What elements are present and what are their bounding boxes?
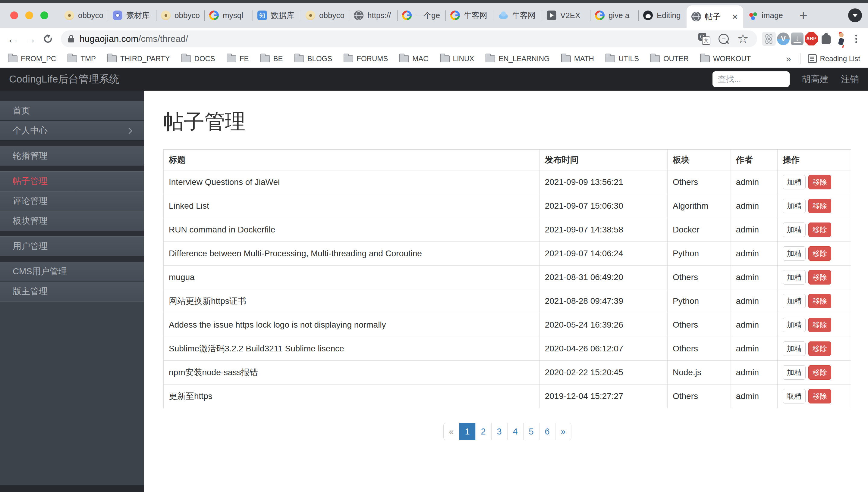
page-prev[interactable]: « — [443, 423, 460, 440]
browser-tab[interactable]: 牛客网 — [494, 3, 542, 28]
remove-button[interactable]: 移除 — [808, 175, 831, 189]
page-number[interactable]: 4 — [507, 423, 523, 440]
page-number[interactable]: 6 — [539, 423, 556, 440]
page-number[interactable]: 3 — [491, 423, 508, 440]
feature-button[interactable]: 加精 — [783, 199, 805, 213]
feature-button[interactable]: 取精 — [783, 389, 805, 403]
feature-button[interactable]: 加精 — [783, 246, 805, 261]
page-number[interactable]: 5 — [523, 423, 539, 440]
runner-extension-icon[interactable] — [834, 32, 848, 46]
back-icon[interactable]: ← — [5, 31, 21, 47]
sidebar-item[interactable]: 板块管理 — [0, 211, 144, 231]
bookmark-folder[interactable]: LINUX — [440, 54, 474, 63]
logout-link[interactable]: 注销 — [841, 73, 859, 85]
feature-button[interactable]: 加精 — [783, 318, 805, 332]
navbar-search-input[interactable] — [712, 71, 790, 87]
browser-tab[interactable]: V2EX — [542, 3, 590, 28]
feature-button[interactable]: 加精 — [783, 270, 805, 285]
browser-tab[interactable]: image — [743, 3, 792, 28]
address-bar[interactable]: hugaojian.com/cms/thread/ ☆ — [61, 30, 757, 47]
lock-icon[interactable] — [68, 38, 74, 43]
pagination: «123456» — [163, 423, 851, 440]
feature-button[interactable]: 加精 — [783, 365, 805, 380]
bookmark-folder[interactable]: FROM_PC — [8, 54, 56, 63]
table-row: Difference between Multi-Processing, Mul… — [164, 242, 851, 266]
bookmark-folder[interactable]: OUTER — [650, 54, 689, 63]
browser-tab[interactable]: 牛客网 — [445, 3, 494, 28]
tab-close-icon[interactable]: × — [731, 12, 738, 21]
bookmark-folder[interactable]: FE — [227, 54, 249, 63]
remove-button[interactable]: 移除 — [808, 246, 831, 261]
bookmark-folder[interactable]: THIRD_PARTY — [107, 54, 170, 63]
browser-tab[interactable]: mysql — [204, 3, 253, 28]
sidebar-item[interactable]: 版主管理 — [0, 281, 144, 301]
browser-tab[interactable]: 知数据库 — [253, 3, 301, 28]
bookmark-folder[interactable]: EN_LEARNING — [486, 54, 549, 63]
app-brand[interactable]: CodingLife后台管理系统 — [9, 72, 120, 86]
browser-tab[interactable]: give a — [590, 3, 638, 28]
browser-tab[interactable]: obbyco — [156, 3, 204, 28]
bookmark-star-icon[interactable]: ☆ — [736, 32, 750, 46]
sidebar-item[interactable]: 评论管理 — [0, 191, 144, 211]
browser-tab[interactable]: https:// — [349, 3, 397, 28]
zoom-out-icon[interactable] — [717, 32, 731, 46]
bookmarks-overflow-icon[interactable]: » — [784, 54, 793, 64]
bookmark-folder[interactable]: BE — [260, 54, 283, 63]
extensions-puzzle-icon[interactable] — [819, 32, 833, 46]
forward-icon[interactable]: → — [22, 31, 39, 47]
remove-button[interactable]: 移除 — [808, 365, 831, 380]
remove-button[interactable]: 移除 — [808, 222, 831, 237]
download-extension-icon[interactable] — [791, 32, 803, 45]
bookmark-folder[interactable]: WORKOUT — [700, 54, 751, 63]
feature-button[interactable]: 加精 — [783, 222, 805, 237]
browser-tab[interactable]: 帖子× — [686, 5, 743, 28]
google-icon — [209, 10, 219, 20]
browser-tab[interactable]: Editing — [638, 3, 686, 28]
feature-button[interactable]: 加精 — [783, 175, 805, 189]
window-close-button[interactable] — [10, 11, 18, 19]
cell-time: 2019-12-04 15:27:27 — [539, 385, 667, 408]
remove-button[interactable]: 移除 — [808, 199, 831, 213]
v-extension-icon[interactable] — [777, 32, 790, 45]
browser-tab[interactable]: 一个ge — [397, 3, 445, 28]
translate-icon[interactable] — [698, 32, 711, 46]
browser-tab[interactable]: obbyco — [60, 3, 108, 28]
page-next[interactable]: » — [555, 423, 571, 440]
sidebar-item[interactable]: 帖子管理 — [0, 171, 144, 191]
react-devtools-icon[interactable] — [762, 32, 776, 46]
remove-button[interactable]: 移除 — [808, 341, 831, 356]
bookmark-folder[interactable]: MAC — [399, 54, 428, 63]
google-icon — [402, 10, 412, 20]
adblock-plus-icon[interactable] — [805, 32, 818, 46]
browser-tab[interactable]: 素材库- — [108, 3, 156, 28]
cell-board: Others — [667, 385, 731, 408]
remove-button[interactable]: 移除 — [808, 294, 831, 308]
feature-button[interactable]: 加精 — [783, 341, 805, 356]
bookmark-folder[interactable]: MATH — [561, 54, 594, 63]
remove-button[interactable]: 移除 — [808, 318, 831, 332]
bookmark-folder[interactable]: FORUMS — [344, 54, 388, 63]
window-minimize-button[interactable] — [25, 11, 33, 19]
reading-list-button[interactable]: Reading List — [808, 54, 860, 63]
window-maximize-button[interactable] — [40, 11, 48, 19]
browser-menu-icon[interactable] — [849, 32, 863, 46]
sidebar-item[interactable]: 轮播管理 — [0, 146, 144, 166]
bookmark-folder[interactable]: BLOGS — [295, 54, 332, 63]
page-number[interactable]: 1 — [459, 423, 476, 440]
feature-button[interactable]: 加精 — [783, 294, 805, 308]
bookmark-folder[interactable]: TMP — [68, 54, 96, 63]
bookmark-folder[interactable]: DOCS — [182, 54, 215, 63]
browser-tab[interactable]: obbyco — [301, 3, 349, 28]
remove-button[interactable]: 移除 — [808, 270, 831, 285]
tab-search-icon[interactable] — [848, 8, 862, 22]
remove-button[interactable]: 移除 — [808, 389, 831, 403]
new-tab-button[interactable]: + — [799, 8, 807, 22]
username-link[interactable]: 胡高建 — [802, 73, 829, 85]
sidebar-item[interactable]: 个人中心 — [0, 121, 144, 141]
sidebar-item[interactable]: 首页 — [0, 101, 144, 121]
reload-icon[interactable] — [40, 31, 56, 47]
page-number[interactable]: 2 — [475, 423, 492, 440]
bookmark-folder[interactable]: UTILS — [606, 54, 639, 63]
sidebar-item[interactable]: CMS用户管理 — [0, 262, 144, 281]
sidebar-item[interactable]: 用户管理 — [0, 236, 144, 256]
